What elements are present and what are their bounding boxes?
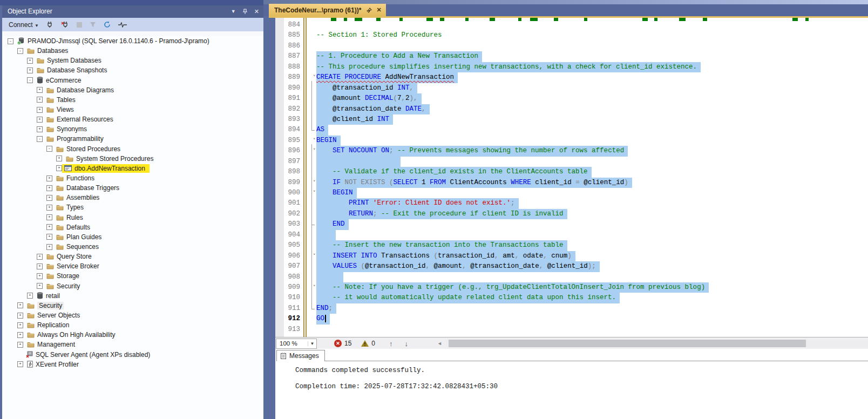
tree-item-dbo-addnewtransaction[interactable]: +dbo.AddNewTransaction — [2, 164, 263, 173]
scroll-left-arrow-icon[interactable]: ◄ — [437, 341, 442, 346]
code-line-907[interactable]: 907 VALUES (@transaction_id, @amount, @t… — [275, 261, 868, 272]
tree-item-query-store[interactable]: +Query Store — [2, 252, 263, 261]
tree-item-server-objects[interactable]: +Server Objects — [2, 310, 263, 320]
expand-plus-icon[interactable]: + — [17, 322, 23, 328]
expand-plus-icon[interactable]: + — [17, 302, 23, 308]
tree-item-storage[interactable]: +Storage — [2, 271, 263, 281]
error-icon[interactable]: ✕ — [334, 340, 342, 347]
tree-item-replication[interactable]: +Replication — [2, 320, 263, 330]
code-line-910[interactable]: 910 -- it would automatically update rel… — [275, 293, 868, 303]
code-line-902[interactable]: 902 RETURN; -- Exit the procedure if cli… — [275, 209, 868, 219]
code-line-903[interactable]: 903 END — [275, 219, 868, 229]
expand-plus-icon[interactable]: + — [46, 205, 52, 211]
code-line-909[interactable]: 909˅ -- Note: If you have a trigger (e.g… — [275, 282, 868, 293]
tree-item-defaults[interactable]: +Defaults — [2, 222, 263, 232]
fold-chevron-icon[interactable]: ˅ — [313, 146, 316, 156]
code-editor[interactable]: 884885-- Section 1: Stored Procedures886… — [275, 18, 868, 337]
code-line-892[interactable]: 892 @transaction_date DATE, — [275, 104, 868, 114]
code-line-913[interactable]: 913 — [275, 325, 868, 335]
expand-plus-icon[interactable]: + — [46, 195, 52, 201]
tree-item-pramod-j-mssql-sql-server-16-0-1140-6-pr[interactable]: -PRAMOD-J\mssql (SQL Server 16.0.1140.6 … — [2, 36, 263, 46]
tree-item-stored-procedures[interactable]: -Stored Procedures — [2, 144, 263, 154]
expand-plus-icon[interactable]: + — [46, 244, 52, 250]
code-line-884[interactable]: 884 — [275, 20, 868, 30]
tree-item-sequences[interactable]: +Sequences — [2, 242, 263, 252]
tree-item-management[interactable]: +Management — [2, 340, 263, 349]
expand-plus-icon[interactable]: + — [37, 97, 43, 103]
tree-item-types[interactable]: +Types — [2, 202, 263, 212]
tree-item-rules[interactable]: +Rules — [2, 213, 263, 222]
tree-item-databases[interactable]: -Databases — [2, 46, 263, 56]
connect-plug-icon[interactable] — [46, 21, 53, 28]
fold-chevron-icon[interactable]: ˅ — [313, 136, 316, 145]
collapse-minus-icon[interactable]: - — [37, 136, 43, 142]
tree-item-database-triggers[interactable]: +Database Triggers — [2, 183, 263, 193]
code-line-888[interactable]: 888-- This procedure simplifies insertin… — [275, 62, 868, 72]
code-line-900[interactable]: 900˅ BEGIN — [275, 188, 868, 198]
code-line-908[interactable]: 908 — [275, 272, 868, 282]
expand-plus-icon[interactable]: + — [37, 283, 43, 289]
tree-item-plan-guides[interactable]: +Plan Guides — [2, 232, 263, 242]
code-line-905[interactable]: 905 -- Insert the new transaction into t… — [275, 240, 868, 251]
collapse-minus-icon[interactable]: - — [27, 77, 33, 83]
expand-plus-icon[interactable]: + — [17, 361, 23, 367]
window-position-chevron-icon[interactable]: ▼ — [231, 5, 236, 18]
code-line-904[interactable]: 904 — [275, 230, 868, 240]
collapse-minus-icon[interactable]: - — [46, 146, 52, 152]
tree-item-security[interactable]: +Security — [2, 301, 263, 310]
expand-plus-icon[interactable]: + — [56, 156, 62, 161]
tree-item-xevent-profiler[interactable]: +XEvent Profiler — [2, 360, 263, 369]
expand-plus-icon[interactable]: + — [46, 185, 52, 191]
expand-plus-icon[interactable]: + — [27, 293, 33, 299]
fold-chevron-icon[interactable]: ˅ — [313, 73, 316, 82]
code-line-897[interactable]: 897 — [275, 157, 868, 167]
expand-plus-icon[interactable]: + — [46, 224, 52, 230]
fold-chevron-icon[interactable]: ˅ — [313, 188, 316, 198]
fold-chevron-icon[interactable]: ˅ — [313, 252, 316, 261]
expand-plus-icon[interactable]: + — [46, 214, 52, 220]
expand-plus-icon[interactable]: + — [37, 87, 43, 93]
scrollbar-thumb[interactable] — [449, 340, 806, 347]
expand-plus-icon[interactable]: + — [37, 107, 43, 113]
tree-item-assemblies[interactable]: +Assemblies — [2, 193, 263, 202]
code-line-893[interactable]: 893 @client_id INT — [275, 114, 868, 125]
horizontal-scrollbar[interactable] — [446, 340, 868, 347]
tree-item-database-diagrams[interactable]: +Database Diagrams — [2, 85, 263, 95]
pin-icon[interactable] — [242, 9, 248, 15]
expand-plus-icon[interactable]: + — [37, 273, 43, 279]
tree-item-ecommerce[interactable]: -eCommerce — [2, 76, 263, 85]
tab-messages[interactable]: Messages — [276, 350, 325, 361]
tree-item-system-databases[interactable]: +System Databases — [2, 56, 263, 65]
tree-item-always-on-high-availability[interactable]: +Always On High Availability — [2, 330, 263, 340]
tree-item-security[interactable]: +Security — [2, 281, 263, 291]
code-line-899[interactable]: 899˅ IF NOT EXISTS (SELECT 1 FROM Client… — [275, 178, 868, 188]
tree-item-database-snapshots[interactable]: +Database Snapshots — [2, 65, 263, 75]
expand-plus-icon[interactable]: + — [46, 234, 52, 240]
code-line-896[interactable]: 896˅ SET NOCOUNT ON; -- Prevents message… — [275, 146, 868, 156]
code-line-894[interactable]: 894AS — [275, 125, 868, 135]
code-line-889[interactable]: 889˅CREATE PROCEDURE AddNewTransaction — [275, 72, 868, 83]
tree-item-functions[interactable]: +Functions — [2, 173, 263, 183]
tree-item-service-broker[interactable]: +Service Broker — [2, 261, 263, 271]
fold-chevron-icon[interactable]: ˅ — [313, 283, 316, 292]
zoom-select[interactable]: 100 % ▼ — [276, 339, 317, 349]
expand-plus-icon[interactable]: + — [17, 313, 23, 319]
expand-plus-icon[interactable]: + — [17, 342, 23, 348]
tree-item-sql-server-agent-agent-xps-disabled[interactable]: SQL Server Agent (Agent XPs disabled) — [2, 350, 263, 360]
code-line-890[interactable]: 890 @transaction_id INT, — [275, 83, 868, 93]
tree-item-retail[interactable]: +retail — [2, 291, 263, 301]
code-line-911[interactable]: 911END; — [275, 303, 868, 314]
next-error-arrow-icon[interactable]: ↓ — [405, 340, 409, 348]
code-line-895[interactable]: 895˅BEGIN — [275, 136, 868, 146]
fold-chevron-icon[interactable]: ˅ — [313, 178, 316, 187]
expand-plus-icon[interactable]: + — [27, 58, 33, 64]
collapse-minus-icon[interactable]: - — [17, 48, 23, 54]
expand-plus-icon[interactable]: + — [37, 263, 43, 269]
expand-plus-icon[interactable]: + — [46, 175, 52, 181]
expand-plus-icon[interactable]: + — [37, 254, 43, 260]
prev-error-arrow-icon[interactable]: ↑ — [389, 340, 393, 348]
tree-item-external-resources[interactable]: +External Resources — [2, 114, 263, 124]
tree-item-tables[interactable]: +Tables — [2, 95, 263, 105]
pin-icon[interactable] — [366, 8, 372, 13]
code-line-891[interactable]: 891 @amount DECIMAL(7,2), — [275, 93, 868, 104]
